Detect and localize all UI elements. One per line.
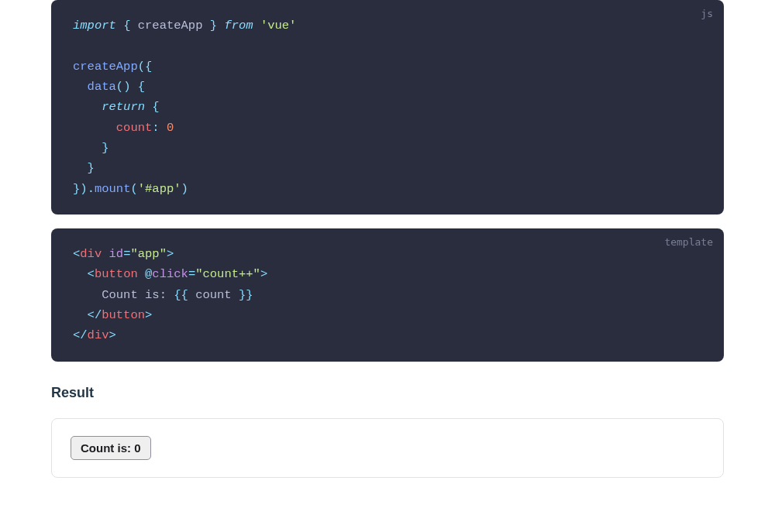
result-heading: Result [51,385,724,401]
lang-label-js: js [701,8,713,19]
code-template[interactable]: <div id="app"> <button @click="count++">… [73,244,702,346]
lang-label-template: template [664,236,713,248]
code-block-js: js import { createApp } from 'vue' creat… [51,0,724,215]
count-button[interactable]: Count is: 0 [71,436,151,460]
code-block-template: template <div id="app"> <button @click="… [51,228,724,362]
code-js[interactable]: import { createApp } from 'vue' createAp… [73,15,702,199]
result-box: Count is: 0 [51,418,724,478]
